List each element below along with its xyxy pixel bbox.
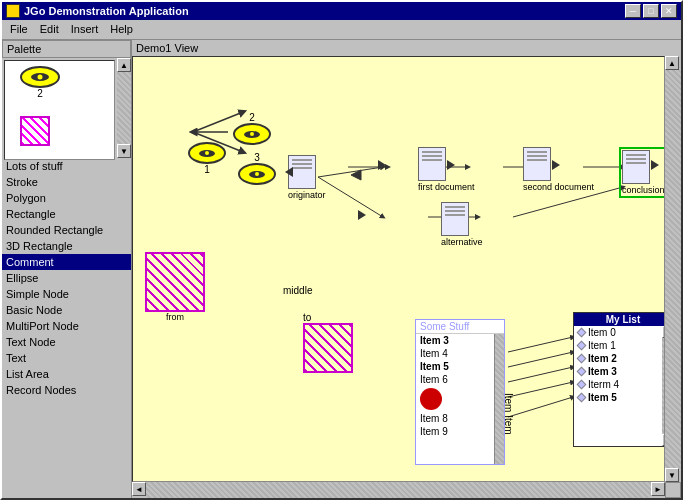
from-node: from	[145, 252, 205, 322]
list-bullet-4	[577, 380, 587, 390]
node-1-ellipse	[188, 142, 226, 164]
list-scroll-down[interactable]: ▼	[662, 434, 665, 446]
palette-item-text-node[interactable]: Text Node	[2, 334, 131, 350]
maximize-button[interactable]: □	[643, 4, 659, 18]
node-2: 2	[233, 112, 271, 145]
palette-item-list-area[interactable]: List Area	[2, 366, 131, 382]
list-bullet-2	[577, 354, 587, 364]
palette-item-polygon[interactable]: Polygon	[2, 190, 131, 206]
bottom-row: ◄ ►	[132, 482, 681, 498]
minimize-button[interactable]: ─	[625, 4, 641, 18]
node-3: 3	[238, 152, 276, 185]
palette-item-rounded-rect[interactable]: Rounded Rectangle	[2, 222, 131, 238]
stuff-item-3: Item 3	[416, 334, 494, 347]
palette-item-ellipse[interactable]: Ellipse	[2, 270, 131, 286]
list-item-4: Iterm 4	[588, 379, 619, 390]
palette-item-multiport-node[interactable]: MultiPort Node	[2, 318, 131, 334]
app-icon	[6, 4, 20, 18]
list-row-5: Item 5	[574, 391, 662, 404]
conclusion-node: conclusion	[619, 147, 665, 198]
menu-help[interactable]: Help	[104, 21, 139, 38]
node-1: 1	[188, 142, 226, 175]
list-bullet-3	[577, 367, 587, 377]
scroll-corner	[665, 482, 681, 498]
node-3-ellipse	[238, 163, 276, 185]
svg-line-11	[508, 337, 573, 352]
red-circle	[420, 388, 442, 410]
to-label: to	[303, 312, 353, 323]
menu-insert[interactable]: Insert	[65, 21, 105, 38]
stuff-item-5: Item 5	[416, 360, 494, 373]
palette-item-rectangle[interactable]: Rectangle	[2, 206, 131, 222]
originator-node: originator	[288, 155, 326, 200]
port-triangle-conclusion	[651, 160, 659, 170]
palette-item-zero-label: 2	[20, 88, 60, 99]
my-list-header: My List	[574, 313, 665, 326]
stuff-item-4: Item 4	[416, 347, 494, 360]
menu-file[interactable]: File	[4, 21, 34, 38]
palette-list: Lots of stuff Stroke Polygon Rectangle R…	[2, 158, 131, 498]
to-node: to	[303, 312, 353, 373]
palette-header: Palette	[2, 40, 131, 58]
stuff-item-9: Item 9	[416, 425, 494, 438]
palette-item-lots-of-stuff[interactable]: Lots of stuff	[2, 158, 131, 174]
view-panel: Demo1 View	[132, 40, 681, 498]
close-button[interactable]: ✕	[661, 4, 677, 18]
some-stuff-header: Some Stuff	[416, 320, 504, 334]
list-row-0: Item 0	[574, 326, 662, 339]
list-row-1: Item 1	[574, 339, 662, 352]
scroll-up-button[interactable]: ▲	[665, 56, 679, 70]
port-triangle-first-doc	[447, 160, 455, 170]
scroll-left-button[interactable]: ◄	[132, 482, 146, 496]
port-triangle-second-doc	[552, 160, 560, 170]
list-bullet-0	[577, 328, 587, 338]
scroll-track-v	[665, 70, 681, 468]
palette-scroll-up[interactable]: ▲	[117, 58, 131, 72]
stuff-item-red	[416, 386, 494, 412]
palette-item-text[interactable]: Text	[2, 350, 131, 366]
scroll-right-button[interactable]: ►	[651, 482, 665, 496]
vertical-scrollbar: ▲ ▼	[665, 56, 681, 482]
window-title: JGo Demonstration Application	[24, 5, 189, 17]
menu-edit[interactable]: Edit	[34, 21, 65, 38]
svg-line-13	[508, 367, 573, 382]
svg-marker-16	[351, 170, 361, 180]
list-bullet-1	[577, 341, 587, 351]
view-canvas[interactable]: 2 1	[132, 56, 665, 482]
node-2-ellipse	[233, 123, 271, 145]
palette-item-comment[interactable]: Comment	[2, 254, 131, 270]
list-item-3: Item 3	[588, 366, 617, 377]
arrow-2	[358, 210, 366, 220]
node-2-label: 2	[233, 112, 271, 123]
scroll-down-button[interactable]: ▼	[665, 468, 679, 482]
stuff-item-8: Item 8	[416, 412, 494, 425]
palette-item-3d-rect[interactable]: 3D Rectangle	[2, 238, 131, 254]
conclusion-label: conclusion	[622, 185, 665, 195]
middle-label-text: middle	[283, 285, 312, 296]
list-item-5: Item 5	[588, 392, 617, 403]
palette-scrollbar: ▲ ▼	[117, 58, 131, 158]
palette-item-simple-node[interactable]: Simple Node	[2, 286, 131, 302]
svg-line-15	[508, 397, 573, 417]
from-label: from	[145, 312, 205, 322]
my-list-scrollbar: ▲ ▼	[662, 326, 665, 446]
palette-canvas: 2	[4, 60, 115, 160]
palette-item-record-nodes[interactable]: Record Nodes	[2, 382, 131, 398]
my-list-node: My List Item 0 Item 1	[573, 312, 665, 447]
alternative-node: alternative	[441, 202, 483, 247]
palette-title: Palette	[7, 43, 41, 55]
list-row-2: Item 2	[574, 352, 662, 365]
main-window: JGo Demonstration Application ─ □ ✕ File…	[0, 0, 683, 500]
palette-scroll-down[interactable]: ▼	[117, 144, 131, 158]
palette-item-basic-node[interactable]: Basic Node	[2, 302, 131, 318]
first-doc-label: first document	[418, 182, 475, 192]
view-title: Demo1 View	[132, 40, 681, 56]
list-item-1: Item 1	[588, 340, 616, 351]
palette-ellipse-item	[20, 66, 60, 88]
arrow-1	[378, 160, 386, 170]
list-item-0: Item 0	[588, 327, 616, 338]
title-bar-text: JGo Demonstration Application	[6, 4, 189, 18]
palette-item-stroke[interactable]: Stroke	[2, 174, 131, 190]
view-outer: 2 1	[132, 56, 681, 482]
list-scroll-up[interactable]: ▲	[662, 326, 665, 338]
